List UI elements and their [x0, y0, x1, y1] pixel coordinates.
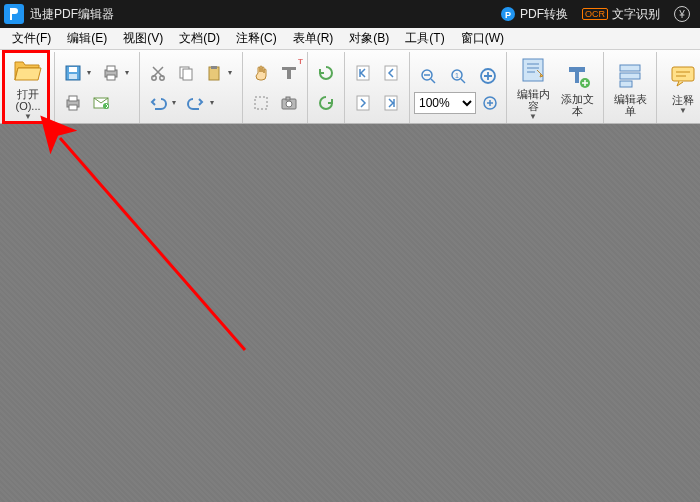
redo-button[interactable] [183, 89, 209, 117]
copy-button[interactable] [173, 59, 199, 87]
add-text-icon [561, 59, 593, 91]
toolbar-group-file: ▾ ▾ [55, 52, 140, 123]
printer-icon [64, 94, 82, 112]
chevron-down-icon[interactable]: ▾ [87, 68, 97, 77]
open-button[interactable]: 打开(O)... ▼ [6, 54, 50, 122]
menu-object[interactable]: 对象(B) [341, 28, 397, 49]
undo-icon [149, 94, 167, 112]
add-text-button[interactable]: 添加文本 [555, 54, 599, 122]
edit-content-icon [517, 55, 549, 86]
email-icon [92, 94, 110, 112]
edit-content-button[interactable]: 编辑内容 ▼ [511, 54, 555, 122]
toolbar-group-form: 编辑表单 [604, 52, 657, 123]
select-area-button[interactable] [248, 89, 274, 117]
svg-rect-24 [286, 97, 290, 100]
svg-rect-10 [69, 105, 77, 110]
pdf-convert-icon: P [500, 6, 516, 22]
menu-window[interactable]: 窗口(W) [453, 28, 512, 49]
menu-form[interactable]: 表单(R) [285, 28, 342, 49]
svg-rect-20 [287, 67, 291, 79]
snapshot-button[interactable] [276, 89, 302, 117]
menubar: 文件(F) 编辑(E) 视图(V) 文档(D) 注释(C) 表单(R) 对象(B… [0, 28, 700, 50]
chevron-down-icon[interactable]: ▾ [172, 98, 182, 107]
rotate-cw-icon [317, 94, 335, 112]
svg-rect-38 [620, 65, 640, 71]
cut-button[interactable] [145, 59, 171, 87]
menu-edit[interactable]: 编辑(E) [59, 28, 115, 49]
toolbar-group-edit: 编辑内容 ▼ 添加文本 [507, 52, 604, 123]
zoom-in-small-button[interactable] [479, 92, 501, 114]
zoom-in-icon [482, 95, 498, 111]
svg-point-23 [286, 101, 292, 107]
chevron-down-icon[interactable]: ▾ [125, 68, 135, 77]
svg-rect-36 [575, 67, 579, 83]
rotate-ccw-icon [317, 64, 335, 82]
zoom-out-button[interactable] [415, 62, 441, 90]
svg-rect-9 [69, 96, 77, 101]
cut-icon [149, 64, 167, 82]
next-page-button[interactable] [350, 89, 376, 117]
rotate-cw-button[interactable] [313, 89, 339, 117]
hand-icon [252, 64, 270, 82]
select-text-button[interactable]: T [276, 59, 302, 87]
first-page-button[interactable] [350, 59, 376, 87]
toolbar-group-clipboard: ▾ ▾ ▾ [140, 52, 243, 123]
edit-form-icon [614, 59, 646, 91]
camera-icon [280, 94, 298, 112]
ocr-label: 文字识别 [612, 6, 660, 23]
prev-page-icon [382, 64, 400, 82]
svg-rect-4 [69, 74, 77, 79]
ocr-button[interactable]: OCR 文字识别 [582, 6, 660, 23]
svg-rect-25 [357, 66, 369, 80]
menu-view[interactable]: 视图(V) [115, 28, 171, 49]
svg-rect-39 [620, 73, 640, 79]
save-icon [64, 64, 82, 82]
annotate-icon [667, 60, 699, 92]
undo-button[interactable] [145, 89, 171, 117]
svg-point-13 [152, 75, 156, 79]
chevron-down-icon[interactable]: ▾ [210, 98, 220, 107]
edit-form-button[interactable]: 编辑表单 [608, 54, 652, 122]
pdf-convert-label: PDF转换 [520, 6, 568, 23]
menu-annotate[interactable]: 注释(C) [228, 28, 285, 49]
menu-file[interactable]: 文件(F) [4, 28, 59, 49]
email-button[interactable] [88, 89, 114, 117]
toolbar-group-page-nav [345, 52, 410, 123]
rotate-ccw-button[interactable] [313, 59, 339, 87]
svg-text:P: P [505, 10, 511, 20]
currency-icon[interactable]: ¥ [674, 6, 690, 22]
marquee-icon [252, 94, 270, 112]
paste-button[interactable] [201, 59, 227, 87]
text-select-icon [280, 64, 298, 82]
copy-icon [177, 64, 195, 82]
hand-tool-button[interactable] [248, 59, 274, 87]
svg-rect-7 [107, 75, 115, 80]
zoom-in-button[interactable] [475, 62, 501, 90]
first-page-icon [354, 64, 372, 82]
print-button[interactable] [60, 89, 86, 117]
document-canvas[interactable] [0, 124, 700, 502]
ocr-badge-icon: OCR [582, 8, 608, 20]
chevron-down-icon: ▼ [679, 106, 687, 115]
svg-rect-21 [255, 97, 267, 109]
prev-page-button[interactable] [378, 59, 404, 87]
last-page-icon [382, 94, 400, 112]
add-text-label: 添加文本 [556, 93, 598, 117]
zoom-select[interactable]: 100% [414, 92, 476, 114]
chevron-down-icon[interactable]: ▾ [228, 68, 238, 77]
last-page-button[interactable] [378, 89, 404, 117]
svg-rect-6 [107, 66, 115, 71]
redo-icon [187, 94, 205, 112]
menu-tool[interactable]: 工具(T) [397, 28, 452, 49]
zoom-actual-button[interactable]: 1 [445, 62, 471, 90]
next-page-icon [354, 94, 372, 112]
annotate-button[interactable]: 注释 ▼ [661, 54, 700, 122]
print-menu-button[interactable] [98, 59, 124, 87]
svg-point-14 [160, 75, 164, 79]
save-button[interactable] [60, 59, 86, 87]
pdf-convert-button[interactable]: P PDF转换 [500, 6, 568, 23]
chevron-down-icon: ▼ [529, 112, 537, 121]
menu-document[interactable]: 文档(D) [171, 28, 228, 49]
folder-open-icon [12, 55, 44, 86]
svg-rect-40 [620, 81, 632, 87]
